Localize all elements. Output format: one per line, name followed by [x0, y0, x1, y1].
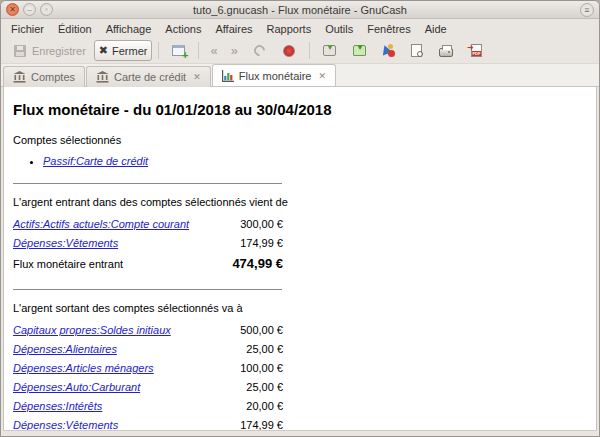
table-row: Actifs:Actifs actuels:Compte courant 300…: [13, 217, 283, 232]
tab-carte-de-credit[interactable]: Carte de crédit ✕: [86, 66, 211, 87]
export-icon: [321, 43, 338, 59]
amount: 25,00 €: [246, 342, 283, 357]
toolbar-separator: [158, 42, 159, 59]
chart-icon: [222, 70, 234, 82]
toolbar-separator: [198, 42, 199, 59]
total-amount: 474,99 €: [232, 255, 283, 273]
report-view: Flux monétaire - du 01/01/2018 au 30/04/…: [3, 87, 597, 430]
preview-button[interactable]: [403, 40, 430, 61]
menu-fichier[interactable]: Fichier: [4, 21, 51, 37]
reload-icon: [251, 43, 268, 59]
inflow-total-row: Flux monétaire entrant 474,99 €: [13, 255, 283, 273]
export-pdf-button[interactable]: [463, 40, 490, 61]
report-options-button[interactable]: [376, 40, 400, 61]
tab-flux-monetaire[interactable]: Flux monétaire ✕: [212, 64, 336, 86]
account-link[interactable]: Dépenses:Articles ménagers: [13, 361, 154, 376]
table-row: Dépenses:Articles ménagers 100,00 €: [13, 361, 283, 376]
menu-affaires[interactable]: Affaires: [208, 21, 259, 37]
table-row: Dépenses:Vêtements 174,99 €: [13, 418, 283, 430]
account-link[interactable]: Dépenses:Auto:Carburant: [13, 380, 140, 395]
back-button: «: [205, 40, 222, 61]
export-as-icon: [351, 43, 368, 59]
tab-comptes[interactable]: Comptes: [3, 66, 85, 87]
close-page-icon: ✖: [99, 44, 108, 57]
amount: 25,00 €: [246, 380, 283, 395]
tab-close-icon[interactable]: ✕: [191, 72, 201, 82]
selected-accounts-heading: Comptes sélectionnés: [13, 134, 596, 146]
print-icon: [438, 43, 455, 59]
menu-edition[interactable]: Édition: [51, 21, 99, 37]
outflow-table: Capitaux propres:Soldes initiaux 500,00 …: [13, 323, 283, 430]
account-link[interactable]: Dépenses:Vêtements: [13, 236, 118, 251]
window-menu-button[interactable]: ≡: [580, 3, 594, 17]
table-row: Dépenses:Auto:Carburant 25,00 €: [13, 380, 283, 395]
divider: [13, 289, 282, 290]
amount: 100,00 €: [240, 361, 283, 376]
account-link[interactable]: Passif:Carte de crédit: [43, 155, 148, 167]
new-report-button[interactable]: [165, 40, 192, 61]
menu-fenetres[interactable]: Fenêtres: [360, 21, 417, 37]
save-button: Enregistrer: [6, 40, 91, 61]
new-report-icon: [170, 43, 187, 59]
back-icon: «: [210, 44, 217, 57]
menu-outils[interactable]: Outils: [318, 21, 360, 37]
window-bottom-edge: [3, 430, 597, 436]
save-icon: [11, 43, 28, 59]
report-title: Flux monétaire - du 01/01/2018 au 30/04/…: [13, 101, 596, 118]
stop-icon: [281, 43, 298, 59]
gnucash-window: tuto_6.gnucash - Flux monétaire - GnuCas…: [0, 0, 600, 437]
close-page-button[interactable]: ✖ Fermer: [94, 40, 153, 61]
tab-bar: Comptes Carte de crédit ✕ Flux monétaire…: [1, 64, 599, 87]
bank-icon: [13, 71, 26, 83]
window-title: tuto_6.gnucash - Flux monétaire - GnuCas…: [1, 4, 599, 16]
export-button[interactable]: [316, 40, 343, 61]
menu-aide[interactable]: Aide: [418, 21, 454, 37]
table-row: Dépenses:Intérêts 20,00 €: [13, 399, 283, 414]
tab-label: Comptes: [31, 71, 75, 83]
inflow-table: Actifs:Actifs actuels:Compte courant 300…: [13, 217, 283, 273]
amount: 500,00 €: [240, 323, 283, 338]
forward-button: »: [226, 40, 243, 61]
menu-bar: Fichier Édition Affichage Actions Affair…: [1, 19, 599, 38]
toolbar-separator: [309, 42, 310, 59]
amount: 174,99 €: [240, 236, 283, 251]
table-row: Capitaux propres:Soldes initiaux 500,00 …: [13, 323, 283, 338]
hamburger-icon: ≡: [584, 5, 589, 15]
outflow-heading: L'argent sortant des comptes sélectionné…: [13, 302, 596, 314]
account-link[interactable]: Actifs:Actifs actuels:Compte courant: [13, 217, 189, 232]
menu-affichage[interactable]: Affichage: [99, 21, 159, 37]
account-link[interactable]: Dépenses:Alientaires: [13, 342, 117, 357]
print-button[interactable]: [433, 40, 460, 61]
tab-close-icon[interactable]: ✕: [317, 71, 327, 81]
amount: 300,00 €: [240, 217, 283, 232]
tab-label: Carte de crédit: [114, 71, 186, 83]
divider: [13, 183, 282, 184]
export-pdf-icon: [468, 43, 485, 59]
table-row: Dépenses:Vêtements 174,99 €: [13, 236, 283, 251]
export-as-button[interactable]: [346, 40, 373, 61]
menu-actions[interactable]: Actions: [158, 21, 208, 37]
report-options-icon: [381, 44, 395, 57]
inflow-heading: L'argent entrant dans des comptes sélect…: [13, 196, 596, 208]
tab-label: Flux monétaire: [239, 70, 312, 82]
total-label: Flux monétaire entrant: [13, 255, 123, 273]
title-bar: tuto_6.gnucash - Flux monétaire - GnuCas…: [1, 1, 599, 19]
stop-button[interactable]: [276, 40, 303, 61]
amount: 20,00 €: [246, 399, 283, 414]
forward-icon: »: [231, 44, 238, 57]
table-row: Dépenses:Alientaires 25,00 €: [13, 342, 283, 357]
reload-button[interactable]: [246, 40, 273, 61]
selected-accounts-list: Passif:Carte de crédit: [43, 155, 596, 167]
account-link[interactable]: Capitaux propres:Soldes initiaux: [13, 323, 171, 338]
list-item: Passif:Carte de crédit: [43, 155, 596, 167]
bank-icon: [96, 71, 109, 83]
toolbar: Enregistrer ✖ Fermer « »: [1, 38, 599, 64]
amount: 174,99 €: [240, 418, 283, 430]
account-link[interactable]: Dépenses:Intérêts: [13, 399, 102, 414]
menu-rapports[interactable]: Rapports: [260, 21, 319, 37]
preview-icon: [408, 43, 425, 59]
account-link[interactable]: Dépenses:Vêtements: [13, 418, 118, 430]
